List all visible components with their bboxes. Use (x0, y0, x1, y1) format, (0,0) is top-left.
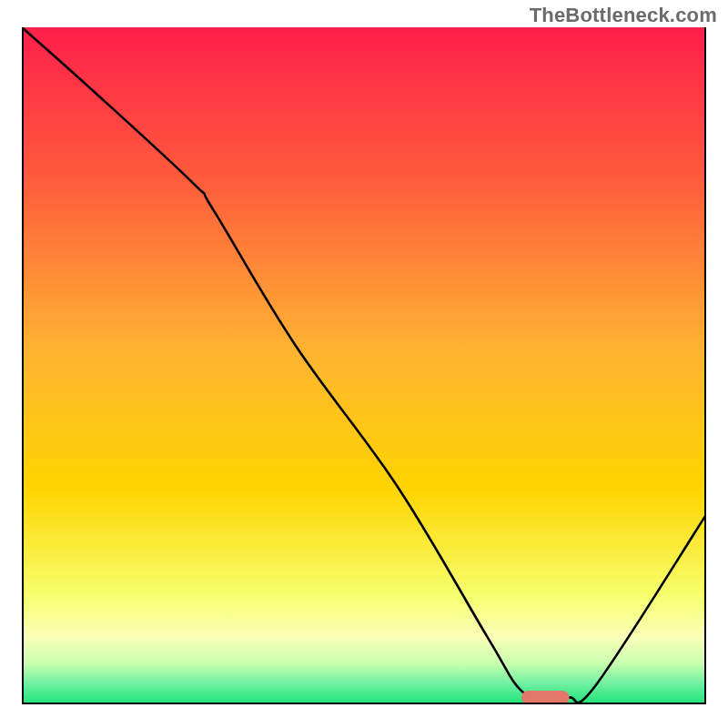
plot-area (22, 27, 706, 704)
chart-svg (22, 27, 706, 704)
watermark-label: TheBottleneck.com (530, 4, 717, 27)
gradient-bg (22, 27, 706, 704)
optimal-marker (521, 691, 570, 704)
chart-stage: TheBottleneck.com (0, 0, 728, 728)
